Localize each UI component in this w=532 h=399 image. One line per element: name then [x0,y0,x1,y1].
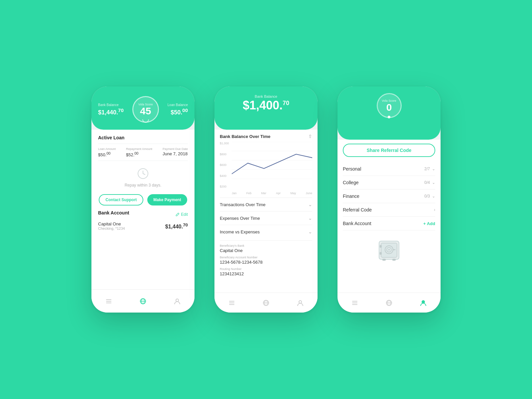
safe-icon [376,237,402,264]
phones-container: Bank Balance $1,440.70 Vola Score 45 Loa… [91,86,441,313]
p3-nav-person-icon[interactable] [419,298,428,308]
contact-support-button[interactable]: Contact Support [99,194,143,205]
finance-right: 0/3 ⌄ [424,194,435,199]
repayment-amount: Repayment Amount $52.00 [126,147,152,157]
svg-rect-17 [229,304,234,305]
safe-icon-area [343,230,435,270]
x-label-june: June [306,192,312,195]
chart-title: Bank Balance Over Time [220,134,270,139]
p3-vola-dot [388,116,390,118]
chart-header: Bank Balance Over Time ⇧ [220,134,312,139]
svg-rect-32 [352,301,357,302]
personal-right: 2/7 ⌄ [424,167,435,171]
bank-name: Capital One [98,221,125,226]
referral-code-label: Referral Code [343,207,372,212]
vola-score-circle: Vola Score 45 [132,96,159,123]
beneficiary-bank-value: Capital One [220,248,312,253]
loan-amount-label: Loan Amount [98,147,116,151]
referral-code-row[interactable]: Referral Code › [343,203,435,217]
make-payment-button[interactable]: Make Payment [147,194,187,205]
income-chevron-icon: ⌄ [308,229,312,234]
p3-vola-circle: Vola Score 0 [377,93,402,118]
svg-rect-30 [382,259,386,261]
loan-balance-label: Loan Balance [168,103,188,107]
svg-rect-4 [106,301,111,302]
repay-section: Repay within 3 days. [98,164,188,191]
chart-chevron-icon[interactable]: ⇧ [308,134,312,139]
p3-nav-globe-icon[interactable] [384,298,394,308]
personal-count: 2/7 [424,167,430,171]
transactions-label: Transactions Over Time [220,202,266,207]
transactions-over-time[interactable]: Transactions Over Time ⌄ [220,198,312,211]
personal-row[interactable]: Personal 2/7 ⌄ [343,162,435,176]
p1-nav-list-icon[interactable] [104,297,113,306]
phone-1: Bank Balance $1,440.70 Vola Score 45 Loa… [91,86,195,313]
p2-nav-globe-icon[interactable] [261,298,271,308]
chart-svg-area [232,142,312,188]
share-referral-code-button[interactable]: Share Referral Code [343,144,435,157]
chart-x-labels: Jan Feb Mar Apr May June [232,192,312,195]
p2-footer-info: Beneficiary's Bank Capital One Beneficia… [220,240,312,276]
edit-button[interactable]: Edit [176,212,188,217]
p3-vola-label: Vola Score [382,99,396,102]
transactions-chevron-icon: ⌄ [308,202,312,207]
vola-label: Vola Score [138,103,153,106]
p2-nav-person-icon[interactable] [296,298,305,308]
x-label-jan: Jan [232,192,237,195]
bank-sub: Checking, *1234 [98,226,125,230]
p1-nav [91,289,195,313]
college-count: 0/4 [424,180,430,185]
college-right: 0/4 ⌄ [424,180,435,185]
due-date-label: Payment Due Date [163,147,188,151]
svg-rect-34 [352,304,357,305]
p3-vola-score: 0 [386,102,392,112]
p3-nav-list-icon[interactable] [350,298,359,308]
chart-y-labels: $1,000 $800 $600 $400 $200 [220,142,229,188]
repayment-label: Repayment Amount [126,147,152,151]
loan-balance-amount: $50.00 [168,107,188,116]
expenses-chevron-icon: ⌄ [308,215,312,221]
y-label-400: $400 [220,174,229,178]
p2-bank-balance-label: Bank Balance [221,94,311,98]
p2-nav [214,293,318,313]
college-row[interactable]: College 0/4 ⌄ [343,176,435,190]
x-label-apr: Apr [276,192,281,195]
bank-balance-label: Bank Balance [98,103,124,107]
bank-balance: $1,440.70 [165,222,188,230]
phone-2: Bank Balance $1,400.70 Bank Balance Over… [214,86,318,313]
finance-count: 0/3 [424,194,430,199]
vola-arc [142,119,149,123]
active-loan-title: Active Loan [98,135,188,140]
p3-header: Vola Score 0 [337,86,441,140]
p1-nav-globe-icon[interactable] [138,297,148,306]
income-label: Income vs Expenses [220,229,260,234]
finance-row[interactable]: Finance 0/3 ⌄ [343,190,435,203]
y-label-200: $200 [220,185,229,188]
expenses-label: Expenses Over Time [220,216,260,221]
bank-row: Capital One Checking, *1234 $1,440.70 [98,221,188,230]
college-chevron-icon: ⌄ [432,180,435,185]
p2-body: Bank Balance Over Time ⇧ $1,000 $800 $60… [214,130,318,293]
add-bank-button[interactable]: + Add [423,221,435,226]
svg-rect-16 [229,303,234,303]
expenses-over-time[interactable]: Expenses Over Time ⌄ [220,211,312,225]
income-vs-expenses[interactable]: Income vs Expenses ⌄ [220,225,312,238]
svg-rect-15 [229,301,234,302]
p2-nav-list-icon[interactable] [227,298,236,308]
due-date-value: June 7, 2018 [163,151,188,156]
college-label: College [343,180,358,185]
p3-body: Share Referral Code Personal 2/7 ⌄ Colle… [337,140,441,293]
balance-chart-svg [232,142,312,188]
y-label-600: $600 [220,163,229,167]
personal-label: Personal [343,166,361,172]
svg-point-21 [299,301,302,303]
p1-nav-person-icon[interactable] [173,297,182,306]
p2-balance-amount: $1,400.70 [221,98,311,112]
bank-account-add-row: Bank Account + Add [343,217,435,230]
beneficiary-bank-label: Beneficiary's Bank [220,244,312,247]
finance-label: Finance [343,194,359,199]
svg-rect-3 [106,299,111,300]
repay-text: Repay within 3 days. [125,183,162,188]
svg-point-9 [176,299,179,302]
svg-rect-33 [352,303,357,303]
